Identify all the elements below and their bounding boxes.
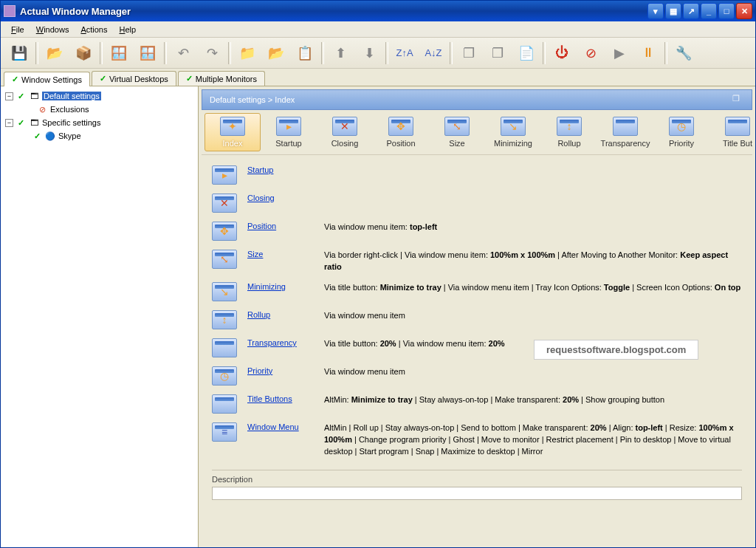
content-scroll[interactable]: requestsoftware.blogspot.com ▸ Startup ✕… <box>202 155 752 547</box>
extra-button-2[interactable]: ▦ <box>665 3 681 19</box>
new-folder-button[interactable]: 📁 <box>233 40 261 66</box>
copy-icon[interactable]: ❐ <box>732 94 744 106</box>
box-icon: 📦 <box>74 44 93 63</box>
check-icon: ✓ <box>16 118 26 128</box>
link-priority[interactable]: Priority <box>247 366 272 375</box>
link-title-buttons[interactable]: Title Buttons <box>247 394 292 403</box>
menu-windows[interactable]: Windows <box>32 24 74 35</box>
check-icon: ✓ <box>186 74 193 83</box>
window-gear-button-1[interactable]: 🪟 <box>105 40 133 66</box>
tab-virtual-desktops[interactable]: ✓Virtual Desktops <box>92 71 176 86</box>
play-button[interactable]: ▶ <box>605 40 633 66</box>
sort-desc-icon: A↓Z <box>424 44 443 63</box>
nav-closing[interactable]: ✕Closing <box>317 113 373 151</box>
nav-transparency[interactable]: Transparency <box>597 113 653 151</box>
power-icon: ⏻ <box>552 44 571 63</box>
box-button[interactable]: 📦 <box>69 40 97 66</box>
maximize-button[interactable]: □ <box>718 3 735 19</box>
main-area: − ✓ 🗔 Default settings ⊘ Exclusions − ✓ … <box>1 86 755 547</box>
nav-index[interactable]: ✦Index <box>205 113 261 151</box>
link-startup[interactable]: Startup <box>247 165 273 174</box>
separator <box>450 42 453 64</box>
down-button[interactable]: ⬇ <box>355 40 383 66</box>
breadcrumb-text: Default settings > Index <box>210 95 295 104</box>
link-rollup[interactable]: Rollup <box>247 310 270 319</box>
link-window-menu[interactable]: Window Menu <box>247 422 299 431</box>
windows-icon: ❐ <box>488 44 507 63</box>
row-window-menu: ≡ Window Menu AltMin | Roll up | Stay al… <box>212 418 742 462</box>
desc-title-buttons: AltMin: Minimize to tray | Stay always-o… <box>324 394 742 406</box>
windows-button-2[interactable]: ❐ <box>484 40 512 66</box>
link-transparency[interactable]: Transparency <box>247 338 297 347</box>
nav-rollup[interactable]: ↕Rollup <box>541 113 597 151</box>
tree-exclusions[interactable]: ⊘ Exclusions <box>4 103 195 116</box>
link-size[interactable]: Size <box>247 250 263 258</box>
link-closing[interactable]: Closing <box>247 193 275 202</box>
redo-button[interactable]: ↷ <box>198 40 226 66</box>
windows-icon: ❐ <box>459 44 478 63</box>
menu-file[interactable]: File <box>7 24 29 35</box>
window-gear-button-2[interactable]: 🪟 <box>134 40 162 66</box>
tree-skype[interactable]: ✓ 🔵 Skype <box>4 129 195 143</box>
check-icon: ✓ <box>32 131 42 141</box>
sort-desc-button[interactable]: A↓Z <box>419 40 447 66</box>
tab-bar: ✓Window Settings ✓Virtual Desktops ✓Mult… <box>1 69 755 86</box>
menu-bar: File Windows Actions Help <box>1 21 755 38</box>
folder-open-icon: 📂 <box>45 44 64 63</box>
stop-button[interactable]: ⊘ <box>577 40 605 66</box>
link-position[interactable]: Position <box>247 222 276 230</box>
row-position: ✥ Position Via window menu item: top-lef… <box>212 217 742 245</box>
tab-multiple-monitors[interactable]: ✓Multiple Monitors <box>178 71 265 86</box>
extra-button-3[interactable]: ↗ <box>683 3 699 19</box>
pages-icon: 📄 <box>517 44 536 63</box>
collapse-icon[interactable]: − <box>5 119 13 127</box>
tools-button[interactable]: 🔧 <box>670 40 698 66</box>
close-button[interactable]: ✕ <box>736 3 752 19</box>
folder-icon: 🗔 <box>28 90 40 102</box>
title-bar: Actual Window Manager ▾ ▦ ↗ _ □ ✕ <box>1 1 755 21</box>
closing-icon: ✕ <box>212 193 237 213</box>
tree-specific-settings[interactable]: − ✓ 🗔 Specific settings <box>4 116 195 129</box>
copy-button[interactable]: 📋 <box>291 40 319 66</box>
row-startup: ▸ Startup <box>212 161 742 189</box>
menu-actions[interactable]: Actions <box>76 24 111 35</box>
desc-minimizing: Via title button: Minimize to tray | Via… <box>324 282 742 294</box>
stop-circle-icon: ⊘ <box>581 44 600 63</box>
nav-position[interactable]: ✥Position <box>373 113 429 151</box>
link-minimizing[interactable]: Minimizing <box>247 282 286 291</box>
check-icon: ✓ <box>100 74 106 83</box>
undo-button[interactable]: ↶ <box>169 40 197 66</box>
down-arrow-icon: ⬇ <box>360 44 379 63</box>
minimize-button[interactable]: _ <box>701 3 717 19</box>
row-priority: ◷ Priority Via window menu item <box>212 362 742 390</box>
tab-label: Multiple Monitors <box>196 75 257 83</box>
nav-minimizing[interactable]: ↘Minimizing <box>485 113 541 151</box>
tree-default-settings[interactable]: − ✓ 🗔 Default settings <box>4 89 195 103</box>
description-input[interactable] <box>212 487 742 500</box>
pause-button[interactable]: ⏸ <box>634 40 662 66</box>
tree-label: Exclusions <box>50 105 89 114</box>
play-icon: ▶ <box>610 44 629 63</box>
copy-icon: 📋 <box>295 44 315 63</box>
tree-label: Skype <box>58 131 81 140</box>
power-button[interactable]: ⏻ <box>548 40 576 66</box>
save-button[interactable]: 💾 <box>5 40 33 66</box>
windows-button-1[interactable]: ❐ <box>455 40 483 66</box>
up-arrow-icon: ⬆ <box>331 44 350 63</box>
extra-button-1[interactable]: ▾ <box>647 3 664 19</box>
sort-asc-button[interactable]: Z↑A <box>391 40 419 66</box>
breadcrumb: Default settings > Index ❐ <box>202 89 752 110</box>
delete-folder-button[interactable]: 📂 <box>262 40 290 66</box>
window-title: Actual Window Manager <box>20 6 647 17</box>
collapse-icon[interactable]: − <box>5 92 13 100</box>
open-folder-button[interactable]: 📂 <box>41 40 69 66</box>
nav-title-buttons[interactable]: Title But <box>709 113 752 151</box>
pages-button[interactable]: 📄 <box>512 40 540 66</box>
menu-help[interactable]: Help <box>114 24 140 35</box>
nav-startup[interactable]: ▸Startup <box>261 113 317 151</box>
nav-size[interactable]: ⤡Size <box>429 113 485 151</box>
separator <box>35 42 38 64</box>
up-button[interactable]: ⬆ <box>326 40 354 66</box>
nav-priority[interactable]: ◷Priority <box>653 113 709 151</box>
tab-window-settings[interactable]: ✓Window Settings <box>4 72 90 86</box>
